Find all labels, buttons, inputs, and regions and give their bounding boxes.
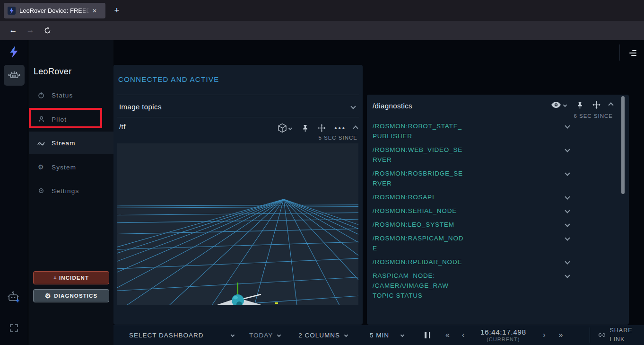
chevron-down-icon: [277, 333, 281, 337]
scrollbar[interactable]: [621, 96, 625, 194]
image-topics-dropdown[interactable]: Image topics: [119, 103, 162, 111]
sidebar-item-settings[interactable]: Settings: [29, 179, 113, 202]
chevron-down-icon[interactable]: [565, 259, 570, 264]
tab-close-icon[interactable]: ✕: [92, 8, 97, 14]
move-icon[interactable]: [592, 101, 600, 109]
fullscreen-icon[interactable]: [10, 324, 18, 332]
date-range-dropdown[interactable]: TODAY: [249, 332, 280, 339]
browser-tab[interactable]: LeoRover Device: FREEDO ✕: [4, 3, 105, 18]
render-3d-cube-icon[interactable]: [278, 123, 287, 133]
chevron-up-icon[interactable]: [608, 102, 613, 107]
robot-model: [210, 283, 278, 305]
more-options-icon[interactable]: •••: [334, 124, 346, 132]
chevron-down-icon: [231, 333, 235, 337]
chevron-down-icon[interactable]: [565, 194, 570, 199]
diagnostic-topic-row[interactable]: RASPICAM_NODE: /CAMERA/IMAGE_RAW TOPIC S…: [373, 269, 609, 302]
browser-tab-bar: LeoRover Device: FREEDO ✕ +: [0, 0, 644, 21]
divider: [117, 95, 359, 95]
layout-list-icon[interactable]: [625, 49, 636, 57]
diagnostic-topic-row[interactable]: /ROSMON:LEO_SYSTEM: [373, 218, 609, 231]
time-note: (CURRENT): [475, 336, 531, 343]
chevron-down-icon[interactable]: [565, 235, 570, 240]
gear-icon: ⚙: [37, 163, 45, 171]
connection-status: CONNECTED AND ACTIVE: [118, 75, 219, 83]
chevron-down-icon: [400, 333, 404, 337]
sidebar-item-label: Stream: [52, 140, 76, 147]
pause-button[interactable]: [425, 332, 430, 338]
device-name: LeoRover: [34, 67, 71, 77]
settings-icon: [37, 188, 45, 194]
divider: [590, 327, 590, 343]
chevron-down-icon[interactable]: [565, 221, 570, 227]
link-icon: [599, 333, 605, 337]
move-icon[interactable]: [318, 124, 326, 132]
diagnostic-topic-row[interactable]: /ROSMON:SERIAL_NODE: [373, 204, 609, 218]
columns-dropdown[interactable]: 2 COLUMNS: [298, 332, 348, 339]
chevron-up-icon[interactable]: [353, 125, 358, 131]
step-forward-button[interactable]: ›: [543, 331, 545, 339]
gears-icon: ⚙: [45, 292, 51, 300]
chevron-down-icon[interactable]: [565, 273, 570, 278]
eye-icon[interactable]: [551, 101, 561, 108]
chevron-down-icon[interactable]: [288, 126, 292, 130]
time-window-dropdown[interactable]: 5 MIN: [370, 332, 404, 339]
chevron-down-icon: [344, 333, 348, 337]
chevron-down-icon[interactable]: [565, 208, 570, 213]
divider: [619, 44, 620, 61]
sidebar-item-system[interactable]: ⚙ System: [29, 156, 113, 178]
share-link-button[interactable]: SHARELINK: [599, 326, 633, 344]
sidebar-item-stream[interactable]: Stream: [29, 132, 113, 154]
reload-button[interactable]: [40, 23, 55, 38]
diagnostic-topic-row[interactable]: /ROSMON:ROSBRIDGE_SERVER: [373, 167, 609, 190]
forward-button: →: [23, 23, 38, 38]
sidebar-item-status[interactable]: Status: [29, 84, 113, 106]
left-widgets-panel: CONNECTED AND ACTIVE Image topics /tf ••…: [113, 65, 363, 325]
add-device-robot-icon[interactable]: [7, 291, 20, 303]
sidebar-item-label: Status: [52, 92, 73, 99]
diagnostic-topic-row[interactable]: /ROSMON:RASPICAM_NODE: [373, 231, 609, 255]
pin-icon[interactable]: [302, 124, 308, 132]
sidebar-item-label: Settings: [52, 187, 79, 195]
skip-to-end-button[interactable]: »: [559, 331, 563, 339]
new-tab-button[interactable]: +: [110, 4, 123, 17]
tf-since-label: 5 SEC SINCE: [318, 135, 357, 141]
browser-toolbar: ← → https://app.freedomrobotics.ai/?__hs…: [0, 21, 644, 40]
select-dashboard-dropdown[interactable]: SELECT DASHBOARD: [129, 332, 234, 339]
chevron-down-icon[interactable]: [565, 147, 570, 152]
diagnostics-widget-title: /diagnostics: [373, 102, 412, 110]
diagnostic-topic-row[interactable]: /ROSMON:ROSAPI: [373, 190, 609, 204]
pin-icon[interactable]: [577, 101, 583, 109]
tf-widget-title: /tf: [119, 123, 126, 131]
divider: [117, 117, 359, 117]
skip-to-start-button[interactable]: «: [445, 331, 450, 339]
incident-button[interactable]: + INCIDENT: [33, 271, 109, 284]
freedom-logo-lightning-icon[interactable]: [9, 46, 19, 58]
app-window: LeoRover Status Pilot Stream ⚙ System: [0, 40, 644, 345]
chevron-down-icon[interactable]: [565, 123, 570, 128]
tf-3d-viewport[interactable]: [117, 143, 358, 305]
sidebar-item-label: System: [52, 164, 76, 171]
back-button[interactable]: ←: [6, 23, 21, 38]
annotation-highlight-pilot: [29, 108, 102, 128]
step-back-button[interactable]: ‹: [462, 331, 464, 339]
diagnostics-topic-list: /ROSMON:ROBOT_STATE_PUBLISHER /ROSMON:WE…: [373, 119, 609, 302]
stream-waves-icon: [37, 140, 45, 146]
chevron-down-icon[interactable]: [565, 170, 570, 176]
dashboard-bottom-bar: SELECT DASHBOARD TODAY 2 COLUMNS 5 MIN «…: [113, 325, 644, 345]
tab-favicon-lightning-icon: [8, 7, 16, 15]
power-status-icon: [37, 92, 45, 98]
current-time: 16:44:17.498: [475, 328, 531, 336]
diagnostic-topic-row[interactable]: /ROSMON:WEB_VIDEO_SERVER: [373, 143, 609, 167]
chevron-down-icon[interactable]: [350, 104, 356, 109]
device-tile-rover-icon[interactable]: [4, 65, 25, 86]
diagnostics-button[interactable]: ⚙ DIAGNOSTICS: [33, 289, 109, 302]
diagnostics-since-label: 6 SEC SINCE: [574, 113, 613, 119]
diagnostic-topic-row[interactable]: /ROSMON:RPLIDAR_NODE: [373, 255, 609, 269]
playback-time: 16:44:17.498 (CURRENT): [475, 328, 531, 342]
tab-title: LeoRover Device: FREEDO: [19, 7, 91, 14]
chevron-down-icon[interactable]: [563, 103, 567, 106]
app-rail: [0, 40, 28, 345]
device-sidebar: LeoRover Status Pilot Stream ⚙ System: [29, 40, 113, 345]
diagnostics-panel: /diagnostics 6 SEC SINCE /ROSMON:ROBOT_S…: [367, 95, 629, 325]
diagnostic-topic-row[interactable]: /ROSMON:ROBOT_STATE_PUBLISHER: [373, 119, 609, 143]
